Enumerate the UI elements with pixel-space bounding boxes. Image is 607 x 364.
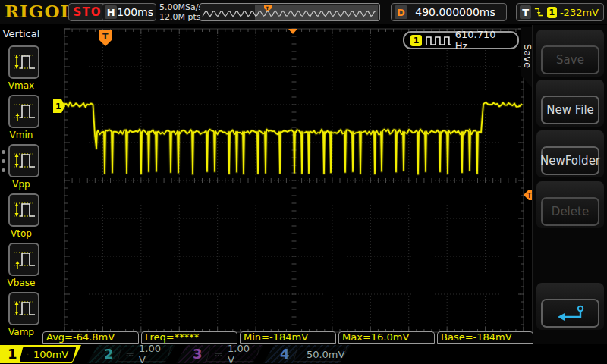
menu-slot-delete: Delete — [536, 181, 604, 228]
menu-slot-save: Save — [536, 30, 604, 77]
delete-button[interactable]: Delete — [541, 197, 599, 226]
vpp-button[interactable] — [8, 144, 39, 177]
menu-slot-new-folder: NewFolder — [536, 130, 604, 177]
channel-2-scale: 1.00 V — [139, 343, 163, 364]
sample-rate: 5.00MSa/s — [159, 2, 203, 12]
scope-display: 1TT — [0, 0, 607, 364]
measure-sidebar: Vertical VmaxVminVppVtopVbaseVamp — [0, 25, 42, 344]
return-arrow-icon — [555, 304, 586, 322]
waveform-preview-icon: T — [200, 4, 379, 20]
measurement-freq: Freq=***** — [141, 331, 237, 344]
svg-text:1: 1 — [55, 102, 61, 111]
vmax-label: Vmax — [0, 80, 42, 91]
vmin-button[interactable] — [8, 95, 39, 128]
channel-4-scale: 50.0mV — [307, 349, 345, 360]
channel-2-scale-box: 1.00 V — [118, 347, 171, 362]
vpp-icon — [11, 149, 37, 172]
channel-2-tab[interactable]: 2 1.00 V — [87, 345, 176, 363]
oscilloscope-screen: RIGOL STOP H 100ms 5.00MSa/s 12.0M pts T… — [0, 0, 607, 364]
channel-3-tab[interactable]: 3 1.00 V — [176, 345, 264, 363]
timebase-value: 100ms — [117, 6, 153, 18]
frequency-value: 610.710 Hz — [455, 29, 511, 52]
menu-slot-back — [536, 283, 604, 330]
vtop-label: Vtop — [0, 228, 42, 239]
delay-value: 490.000000ms — [407, 6, 503, 18]
measurement-max: Max=16.0mV — [338, 331, 435, 344]
trigger-position-marker — [99, 30, 112, 46]
new-folder-button[interactable]: NewFolder — [541, 146, 599, 175]
vmax-button[interactable] — [8, 46, 39, 79]
trigger-source-badge: 1 — [547, 7, 557, 18]
channel-4-scale-box: 50.0mV — [294, 347, 348, 362]
horizontal-h-badge: H — [105, 5, 117, 19]
ch1-ground-marker — [53, 99, 65, 113]
acquisition-info: 5.00MSa/s 12.0M pts — [159, 2, 203, 22]
back-button[interactable] — [541, 299, 599, 328]
sidebar-title: Vertical — [0, 25, 42, 39]
menu-page-indicator — [2, 150, 5, 172]
vbase-icon — [11, 248, 37, 271]
trigger-readout-box[interactable]: T 1 -232mV — [516, 3, 604, 21]
waveform-preview-bar[interactable]: T — [200, 3, 380, 21]
measurement-min: Min=-184mV — [240, 331, 336, 344]
trigger-level-value: -232mV — [560, 7, 600, 18]
vmin-label: Vmin — [0, 130, 42, 140]
vpp-label: Vpp — [0, 179, 42, 190]
channel-4-tab[interactable]: 4 50.0mV — [263, 345, 351, 363]
channel-4-number: 4 — [280, 346, 290, 362]
square-wave-icon — [426, 35, 451, 46]
vbase-label: Vbase — [0, 278, 42, 288]
vmax-icon — [11, 51, 37, 74]
dc-coupling-icon — [27, 351, 29, 358]
trigger-t-badge: T — [520, 5, 531, 19]
top-status-bar: RIGOL STOP H 100ms 5.00MSa/s 12.0M pts T… — [0, 0, 607, 24]
vamp-label: Vamp — [0, 327, 42, 337]
softkey-menu: Save New File NewFolder Delete — [532, 25, 607, 344]
channel-3-scale: 1.00 V — [228, 343, 252, 364]
falling-edge-icon — [534, 6, 543, 18]
vamp-icon — [11, 297, 37, 320]
measurement-base: Base=-184mV — [437, 331, 533, 344]
freq-counter-channel-badge: 1 — [410, 35, 422, 46]
vamp-button[interactable] — [8, 292, 39, 325]
memory-depth: 12.0M pts — [159, 12, 203, 22]
delay-readout-box[interactable]: D 490.000000ms — [391, 3, 507, 21]
measurement-avg: Avg=-64.8mV — [42, 331, 139, 344]
channel-1-scale: 100mV — [33, 349, 68, 360]
save-button[interactable]: Save — [541, 46, 599, 74]
vmin-icon — [11, 100, 37, 123]
svg-text:T: T — [102, 32, 109, 42]
vtop-button[interactable] — [8, 193, 39, 227]
channel-1-scale-box: 100mV — [20, 347, 77, 362]
horizontal-timebase-box[interactable]: H 100ms — [102, 3, 156, 21]
center-position-marker — [288, 29, 297, 34]
channel-2-number: 2 — [104, 346, 114, 362]
vbase-button[interactable] — [8, 243, 39, 276]
dc-coupling-icon — [126, 351, 134, 358]
menu-slot-new-file: New File — [536, 80, 604, 127]
vtop-icon — [11, 199, 37, 221]
channel-3-number: 3 — [193, 346, 203, 362]
dc-coupling-icon — [215, 351, 223, 358]
brand-logo: RIGOL — [5, 1, 74, 21]
channel-1-tab[interactable]: 1 100mV — [0, 345, 86, 363]
frequency-counter: 1 610.710 Hz — [403, 31, 519, 49]
channel-3-scale-box: 1.00 V — [206, 347, 260, 362]
delay-d-badge: D — [395, 5, 407, 19]
new-file-button[interactable]: New File — [541, 96, 599, 124]
channel-1-number: 1 — [8, 346, 17, 362]
channel-status-bar: 1 100mV 2 1.00 V 3 — [0, 344, 607, 364]
